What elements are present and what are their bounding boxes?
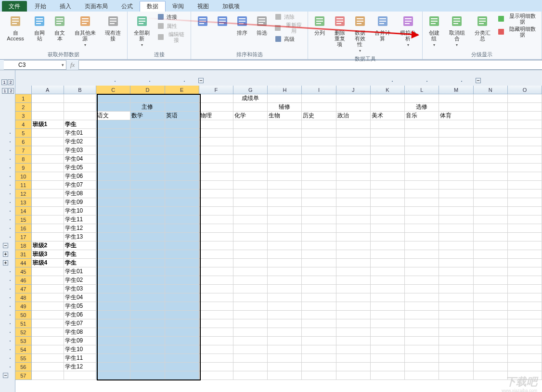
col-outline-collapse-2[interactable]: − — [476, 78, 481, 83]
cell-D4[interactable] — [130, 120, 165, 129]
cell-H2[interactable]: 辅修 — [268, 103, 302, 112]
cell-M16[interactable] — [439, 224, 473, 233]
cell-L45[interactable] — [405, 267, 439, 276]
cell-B8[interactable]: 学生04 — [64, 155, 96, 164]
cell-J10[interactable] — [336, 172, 371, 181]
cell-A3[interactable] — [32, 112, 64, 120]
cell-I4[interactable] — [302, 120, 336, 129]
cell-E49[interactable] — [165, 302, 199, 311]
cell-J17[interactable] — [336, 233, 371, 241]
ribbon-btn-分列[interactable]: 分列 — [310, 13, 329, 37]
cell-H1[interactable] — [268, 94, 302, 103]
cell-I55[interactable] — [302, 354, 336, 363]
cell-B55[interactable]: 学生11 — [64, 354, 96, 363]
ribbon-btn-分类汇总[interactable]: 分类汇总 — [470, 13, 495, 42]
cell-O48[interactable] — [508, 293, 542, 302]
cell-L56[interactable] — [405, 363, 439, 371]
cell-E51[interactable] — [165, 319, 199, 328]
cell-G55[interactable] — [233, 354, 268, 363]
cell-C44[interactable] — [96, 259, 130, 267]
cell-J7[interactable] — [336, 146, 371, 155]
cell-M2[interactable] — [439, 103, 473, 112]
row-header-55[interactable]: 55 — [15, 354, 32, 363]
cell-E18[interactable] — [165, 241, 199, 250]
col-header-O[interactable]: O — [508, 86, 542, 94]
cell-F15[interactable] — [199, 215, 233, 224]
cell-A16[interactable] — [32, 224, 64, 233]
cell-M54[interactable] — [439, 345, 473, 354]
cell-M10[interactable] — [439, 172, 473, 181]
cell-D8[interactable] — [130, 155, 165, 164]
cell-H50[interactable] — [268, 311, 302, 319]
cell-K5[interactable] — [371, 129, 405, 138]
cell-F10[interactable] — [199, 172, 233, 181]
ribbon-btn-自 Access[interactable]: 自 Access — [2, 13, 29, 42]
cell-M14[interactable] — [439, 207, 473, 215]
cell-C47[interactable] — [96, 285, 130, 293]
cell-M51[interactable] — [439, 319, 473, 328]
cell-N18[interactable] — [474, 241, 508, 250]
cell-L5[interactable] — [405, 129, 439, 138]
cell-D56[interactable] — [130, 363, 165, 371]
cell-K11[interactable] — [371, 181, 405, 190]
row-outline-level-1[interactable]: 1 — [2, 88, 8, 94]
cell-E57[interactable] — [165, 371, 199, 380]
cell-J15[interactable] — [336, 215, 371, 224]
cell-G14[interactable] — [233, 207, 268, 215]
cell-J5[interactable] — [336, 129, 371, 138]
ribbon-btn-取消组合[interactable]: 取消组合▾ — [445, 13, 469, 49]
col-header-B[interactable]: B — [64, 86, 96, 94]
cell-N47[interactable] — [474, 285, 508, 293]
cell-D12[interactable] — [130, 190, 165, 198]
cell-H13[interactable] — [268, 198, 302, 207]
cell-B48[interactable]: 学生04 — [64, 293, 96, 302]
cell-G51[interactable] — [233, 319, 268, 328]
cell-L9[interactable] — [405, 164, 439, 172]
cell-K4[interactable] — [371, 120, 405, 129]
row-header-2[interactable]: 2 — [15, 103, 32, 112]
cell-L47[interactable] — [405, 285, 439, 293]
cell-O56[interactable] — [508, 363, 542, 371]
row-header-12[interactable]: 12 — [15, 190, 32, 198]
cell-L18[interactable] — [405, 241, 439, 250]
ribbon-btn-连接[interactable]: 连接 — [155, 13, 189, 21]
cell-D46[interactable] — [130, 276, 165, 285]
cell-M15[interactable] — [439, 215, 473, 224]
cell-M12[interactable] — [439, 190, 473, 198]
cell-K6[interactable] — [371, 138, 405, 146]
cell-N13[interactable] — [474, 198, 508, 207]
row-header-16[interactable]: 16 — [15, 224, 32, 233]
cell-N12[interactable] — [474, 190, 508, 198]
cell-E9[interactable] — [165, 164, 199, 172]
cell-C50[interactable] — [96, 311, 130, 319]
cell-G5[interactable] — [233, 129, 268, 138]
cell-O54[interactable] — [508, 345, 542, 354]
cell-E47[interactable] — [165, 285, 199, 293]
cell-C45[interactable] — [96, 267, 130, 276]
cell-O12[interactable] — [508, 190, 542, 198]
cell-M11[interactable] — [439, 181, 473, 190]
cell-H55[interactable] — [268, 354, 302, 363]
cell-H53[interactable] — [268, 337, 302, 345]
row-header-3[interactable]: 3 — [15, 112, 32, 120]
cell-E50[interactable] — [165, 311, 199, 319]
cell-L8[interactable] — [405, 155, 439, 164]
cell-F44[interactable] — [199, 259, 233, 267]
row-header-52[interactable]: 52 — [15, 328, 32, 337]
cell-A13[interactable] — [32, 198, 64, 207]
cell-N4[interactable] — [474, 120, 508, 129]
cell-K10[interactable] — [371, 172, 405, 181]
cell-L15[interactable] — [405, 215, 439, 224]
cell-H5[interactable] — [268, 129, 302, 138]
cell-K7[interactable] — [371, 146, 405, 155]
cell-B5[interactable]: 学生01 — [64, 129, 96, 138]
cell-G11[interactable] — [233, 181, 268, 190]
cell-C14[interactable] — [96, 207, 130, 215]
cell-F55[interactable] — [199, 354, 233, 363]
cell-H16[interactable] — [268, 224, 302, 233]
cell-I8[interactable] — [302, 155, 336, 164]
cell-G8[interactable] — [233, 155, 268, 164]
cell-L6[interactable] — [405, 138, 439, 146]
ribbon-btn-全部刷新[interactable]: 全部刷新▾ — [129, 13, 154, 49]
cell-G3[interactable]: 化学 — [233, 112, 268, 120]
